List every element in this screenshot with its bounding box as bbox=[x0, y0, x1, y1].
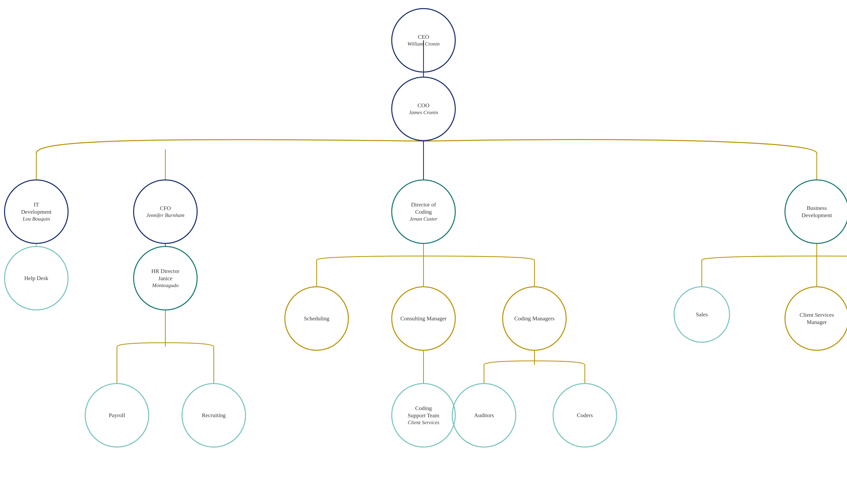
consulting-mgr-node: Consulting Manager bbox=[391, 286, 456, 351]
cfo-title: CFO bbox=[160, 205, 171, 212]
it-node: ITDevelopment Lou Bouquin bbox=[4, 179, 69, 244]
coding-support-title: CodingSupport Team bbox=[408, 404, 439, 419]
coo-name: James Cronin bbox=[409, 109, 438, 116]
cfo-node: CFO Jennifer Burnham bbox=[133, 179, 198, 244]
help-desk-node: Help Desk bbox=[4, 246, 69, 310]
recruiting-title: Recruiting bbox=[202, 412, 226, 419]
coding-managers-title: Coding Managers bbox=[514, 315, 554, 322]
coding-support-name: Client Services bbox=[408, 419, 439, 426]
coders-node: Coders bbox=[552, 383, 617, 448]
biz-dev-node: BusinessDevelopment bbox=[784, 179, 847, 244]
coding-managers-node: Coding Managers bbox=[502, 286, 567, 351]
auditors-node: Auditors bbox=[452, 383, 516, 448]
coo-title: COO bbox=[418, 102, 429, 109]
scheduling-title: Scheduling bbox=[304, 315, 329, 322]
ceo-node: CEO William Cronin bbox=[391, 8, 456, 73]
payroll-title: Payroll bbox=[109, 412, 125, 419]
client-services-mgr-node: Client ServicesManager bbox=[784, 286, 847, 351]
coders-title: Coders bbox=[577, 412, 593, 419]
director-coding-name: Jenan Custer bbox=[410, 216, 437, 222]
cfo-name: Jennifer Burnham bbox=[146, 212, 184, 219]
auditors-title: Auditors bbox=[474, 412, 494, 419]
consulting-mgr-title: Consulting Manager bbox=[400, 315, 446, 322]
ceo-title: CEO bbox=[418, 33, 429, 40]
hr-director-node: HR DirectorJanice Monteagudo bbox=[133, 246, 198, 310]
hr-director-title: HR DirectorJanice bbox=[151, 268, 179, 282]
biz-dev-title: BusinessDevelopment bbox=[801, 204, 832, 219]
recruiting-node: Recruiting bbox=[181, 383, 246, 448]
ceo-name: William Cronin bbox=[407, 40, 440, 47]
director-coding-title: Director ofCoding bbox=[411, 201, 436, 216]
org-chart: CEO William Cronin COO James Cronin ITDe… bbox=[0, 0, 847, 504]
scheduling-node: Scheduling bbox=[284, 286, 349, 351]
hr-director-name: Monteagudo bbox=[152, 282, 178, 289]
client-services-mgr-title: Client ServicesManager bbox=[800, 311, 834, 326]
help-desk-title: Help Desk bbox=[24, 274, 48, 282]
payroll-node: Payroll bbox=[85, 383, 149, 448]
coo-node: COO James Cronin bbox=[391, 77, 456, 141]
director-coding-node: Director ofCoding Jenan Custer bbox=[391, 179, 456, 244]
it-title: ITDevelopment bbox=[21, 201, 52, 216]
sales-node: Sales bbox=[674, 286, 730, 343]
coding-support-node: CodingSupport Team Client Services bbox=[391, 383, 456, 448]
it-name: Lou Bouquin bbox=[22, 216, 50, 222]
sales-title: Sales bbox=[696, 311, 708, 318]
